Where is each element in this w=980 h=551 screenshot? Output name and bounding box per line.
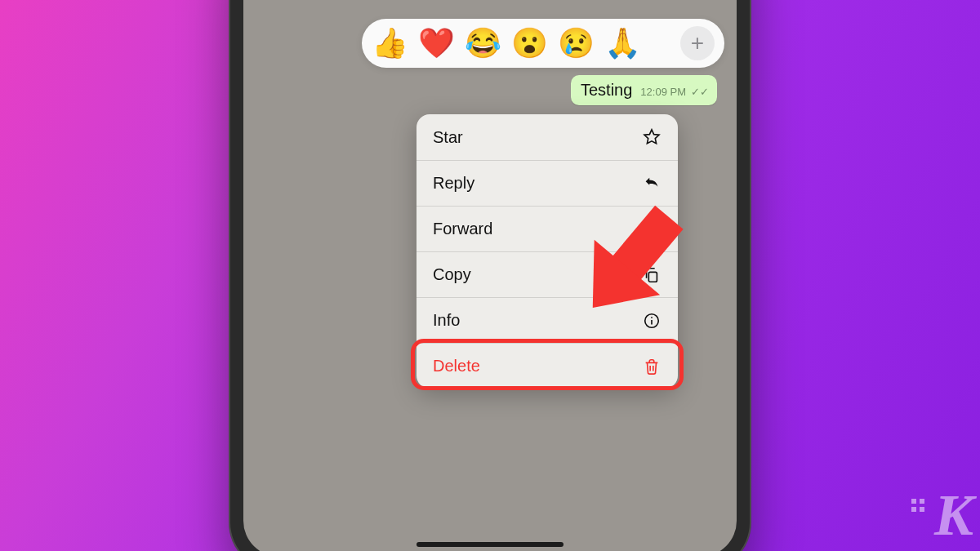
reaction-heart[interactable]: ❤️ — [418, 29, 455, 58]
menu-label: Star — [433, 128, 463, 147]
forward-icon — [642, 220, 662, 239]
menu-reply[interactable]: Reply — [416, 160, 678, 206]
trash-icon — [642, 357, 662, 376]
reply-icon — [642, 174, 662, 193]
phone-screen: 👍 ❤️ 😂 😮 😢 🙏 + Testing 12:09 PM ✓✓ Star … — [243, 0, 737, 551]
watermark-logo: K — [934, 482, 970, 549]
reaction-surprised[interactable]: 😮 — [511, 29, 548, 58]
menu-label: Reply — [433, 174, 474, 193]
reaction-thumbs-up[interactable]: 👍 — [372, 29, 408, 58]
menu-forward[interactable]: Forward — [416, 206, 678, 251]
info-icon — [642, 311, 662, 331]
message-time: 12:09 PM — [640, 86, 686, 98]
read-receipt-icon: ✓✓ — [691, 86, 709, 98]
reaction-bar: 👍 ❤️ 😂 😮 😢 🙏 + — [362, 19, 724, 68]
message-text: Testing — [581, 81, 632, 100]
reaction-sad[interactable]: 😢 — [558, 29, 595, 58]
menu-label: Copy — [433, 265, 471, 284]
menu-label: Delete — [433, 357, 480, 375]
message-bubble[interactable]: Testing 12:09 PM ✓✓ — [571, 75, 717, 105]
menu-delete[interactable]: Delete — [416, 343, 678, 389]
reaction-pray[interactable]: 🙏 — [604, 29, 641, 58]
context-menu: Star Reply Forward Copy — [416, 114, 678, 389]
menu-label: Forward — [433, 220, 492, 238]
add-reaction-button[interactable]: + — [680, 26, 715, 60]
star-icon — [642, 127, 662, 147]
watermark-dots — [911, 499, 924, 512]
phone-frame: 👍 ❤️ 😂 😮 😢 🙏 + Testing 12:09 PM ✓✓ Star … — [229, 0, 751, 551]
menu-label: Info — [433, 311, 460, 330]
menu-copy[interactable]: Copy — [416, 251, 678, 297]
svg-point-3 — [651, 316, 653, 318]
home-indicator[interactable] — [416, 542, 564, 547]
svg-rect-0 — [648, 272, 657, 282]
copy-icon — [642, 265, 662, 285]
reaction-laugh[interactable]: 😂 — [465, 29, 501, 58]
menu-info[interactable]: Info — [416, 297, 678, 343]
menu-star[interactable]: Star — [416, 114, 678, 160]
